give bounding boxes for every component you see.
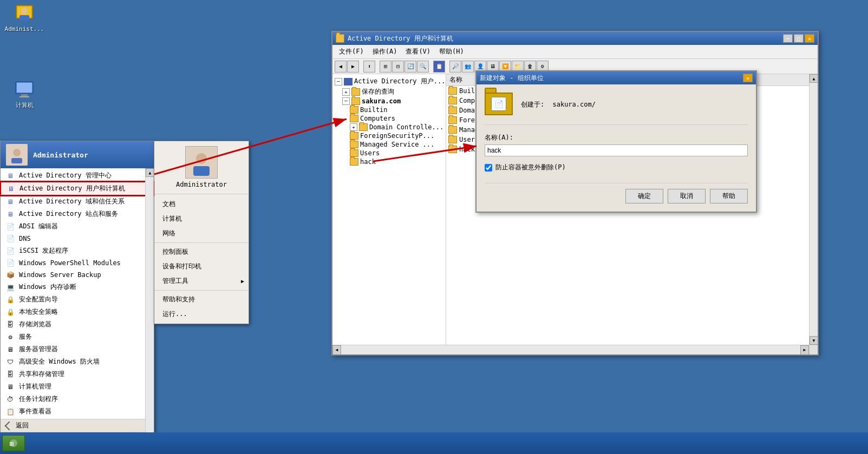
right-run[interactable]: 运行...: [154, 307, 249, 321]
maximize-button[interactable]: □: [794, 34, 804, 43]
tree-root[interactable]: ─ Active Directory 用户...: [335, 76, 443, 87]
tree-users[interactable]: Users: [335, 149, 443, 157]
admin-icon-label: Administ...: [5, 25, 44, 32]
svg-rect-3: [19, 15, 29, 21]
menu-item-server-backup[interactable]: 📦 Windows Server Backup: [1, 269, 154, 281]
menu-help[interactable]: 帮助(H): [435, 46, 468, 57]
start-button[interactable]: ⊞: [2, 435, 25, 451]
prevent-deletion-checkbox[interactable]: [485, 164, 492, 172]
menu-item-firewall[interactable]: 🛡 高级安全 Windows 防火墙: [1, 356, 154, 368]
right-computer[interactable]: 计算机: [154, 212, 249, 226]
tree-domain[interactable]: ─ sakura.com: [335, 97, 443, 106]
menu-item-dns[interactable]: 📄 DNS: [1, 233, 154, 245]
toolbar-forward[interactable]: ▶: [347, 61, 359, 73]
tree-saved-queries[interactable]: + 保存的查询: [335, 87, 443, 97]
menu-item-powershell[interactable]: 📄 Windows PowerShell Modules: [1, 257, 154, 269]
computer-desktop-icon[interactable]: 计算机: [5, 78, 43, 109]
menu-item-iscsi[interactable]: 📄 iSCSI 发起程序: [1, 245, 154, 257]
menu-item-memory-diag[interactable]: 💻 Windows 内存诊断: [1, 281, 154, 293]
tree-builtin[interactable]: Builtin: [335, 106, 443, 114]
dialog-folder-icon: 📄: [485, 93, 513, 116]
tree-foreign-security[interactable]: ForeignSecurityP...: [335, 131, 443, 140]
right-devices-printers[interactable]: 设备和打印机: [154, 259, 249, 274]
submenu-arrow-icon: ▶: [241, 278, 244, 284]
menu-item-services[interactable]: ⚙ 服务: [1, 331, 154, 343]
ad-menubar: 文件(F) 操作(A) 查看(V) 帮助(H): [332, 45, 818, 59]
right-admin-tools[interactable]: 管理工具 ▶: [154, 274, 249, 288]
menu-item-ad-admin[interactable]: 🖥 Active Directory 管理中心: [1, 169, 154, 182]
toolbar-back[interactable]: ◀: [335, 61, 347, 73]
menu-item-task-scheduler[interactable]: ⏱ 任务计划程序: [1, 393, 154, 405]
scroll-down-button[interactable]: ▼: [810, 336, 818, 345]
menu-item-local-policy[interactable]: 🔒 本地安全策略: [1, 306, 154, 318]
toolbar-btn2[interactable]: ⊟: [392, 61, 404, 73]
menu-view[interactable]: 查看(V): [401, 46, 435, 57]
window-vscrollbar[interactable]: ▲ ▼: [809, 74, 818, 345]
new-object-dialog: 新建对象 - 组织单位 ✕ 📄 创建于: sakura.com/ 名称(A): …: [475, 70, 757, 213]
name-label: 名称(A):: [485, 133, 748, 142]
svg-point-2: [21, 8, 28, 14]
tree-domain-controllers[interactable]: + Domain Controlle...: [335, 123, 443, 131]
tree-panel: ─ Active Directory 用户... + 保存的查询 ─ saku: [332, 74, 446, 345]
name-input[interactable]: [485, 144, 748, 156]
tree-hack[interactable]: hack: [335, 157, 443, 166]
start-menu-username: Administrator: [33, 151, 88, 159]
svg-point-10: [196, 153, 207, 164]
right-documents[interactable]: 文档: [154, 197, 249, 212]
close-button[interactable]: ✕: [805, 34, 814, 43]
toolbar-btn3[interactable]: 🔄: [404, 61, 416, 73]
right-control-panel[interactable]: 控制面板: [154, 245, 249, 259]
tree-managed-service[interactable]: Managed Service ...: [335, 140, 443, 149]
right-help-support[interactable]: 帮助和支持: [154, 292, 249, 307]
tree-computers[interactable]: Computers: [335, 114, 443, 123]
cancel-dialog-button[interactable]: 取消: [668, 189, 706, 203]
hscroll-right-button[interactable]: ▶: [800, 345, 809, 355]
toolbar-btn5[interactable]: 📋: [433, 61, 445, 73]
scroll-up-button[interactable]: ▲: [810, 74, 818, 83]
window-icon: [336, 34, 344, 43]
dialog-close-button[interactable]: ✕: [743, 74, 753, 82]
right-network[interactable]: 网络: [154, 226, 249, 241]
admin-desktop-icon[interactable]: Administ...: [5, 3, 43, 32]
menu-item-adsi[interactable]: 📄 ADSI 编辑器: [1, 220, 154, 233]
dialog-name-field: 名称(A):: [485, 133, 748, 156]
dialog-title: 新建对象 - 组织单位: [480, 74, 544, 83]
menu-item-storage-browser[interactable]: 🗄 存储浏览器: [1, 318, 154, 331]
svg-rect-11: [193, 166, 210, 176]
svg-rect-9: [11, 158, 22, 163]
menu-action[interactable]: 操作(A): [368, 46, 402, 57]
start-menu-left: Administrator 🖥 Active Directory 管理中心 🖥 …: [0, 141, 154, 448]
menu-item-security-wizard[interactable]: 🔒 安全配置向导: [1, 293, 154, 306]
toolbar-up[interactable]: ⬆: [363, 61, 375, 73]
svg-text:⊞: ⊞: [10, 440, 14, 448]
ok-button[interactable]: 确定: [625, 189, 663, 203]
toolbar-btn1[interactable]: ⊞: [380, 61, 391, 73]
dialog-body: 📄 创建于: sakura.com/ 名称(A): 防止容器被意外删除(P) 确…: [477, 84, 756, 212]
toolbar-btn7[interactable]: 👥: [462, 61, 474, 73]
checkbox-label: 防止容器被意外删除(P): [495, 163, 566, 172]
dialog-folder-path: sakura.com/: [552, 101, 595, 108]
window-hscrollbar: ◀ ▶: [332, 345, 818, 354]
menu-item-computer-mgmt[interactable]: 🖥 计算机管理: [1, 380, 154, 393]
back-button[interactable]: 返回: [16, 421, 29, 430]
menu-item-ad-domains[interactable]: 🖥 Active Directory 域和信任关系: [1, 195, 154, 208]
toolbar-btn6[interactable]: 🔎: [449, 61, 461, 73]
right-username: Administrator: [176, 181, 227, 188]
toolbar-btn4[interactable]: 🔍: [417, 61, 429, 73]
dialog-create-info: 创建于: sakura.com/: [521, 100, 596, 109]
dialog-titlebar: 新建对象 - 组织单位 ✕: [477, 71, 756, 84]
dialog-checkbox-row: 防止容器被意外删除(P): [485, 163, 748, 172]
menu-item-event-viewer[interactable]: 📋 事件查看器: [1, 405, 154, 418]
svg-rect-6: [21, 94, 28, 96]
ad-window-titlebar: Active Directory 用户和计算机 ─ □ ✕: [332, 32, 818, 45]
menu-item-server-manager[interactable]: 🖥 服务器管理器: [1, 343, 154, 356]
menu-item-storage-mgmt[interactable]: 🗄 共享和存储管理: [1, 368, 154, 380]
right-user-section[interactable]: Administrator: [154, 143, 249, 194]
taskbar: ⊞: [0, 432, 868, 454]
hscroll-left-button[interactable]: ◀: [332, 345, 341, 355]
minimize-button[interactable]: ─: [783, 34, 793, 43]
menu-item-ad-sites[interactable]: 🖥 Active Directory 站点和服务: [1, 208, 154, 220]
help-dialog-button[interactable]: 帮助: [710, 189, 748, 203]
menu-item-ad-users[interactable]: 🖥 Active Directory 用户和计算机: [1, 182, 154, 195]
menu-file[interactable]: 文件(F): [335, 46, 368, 57]
